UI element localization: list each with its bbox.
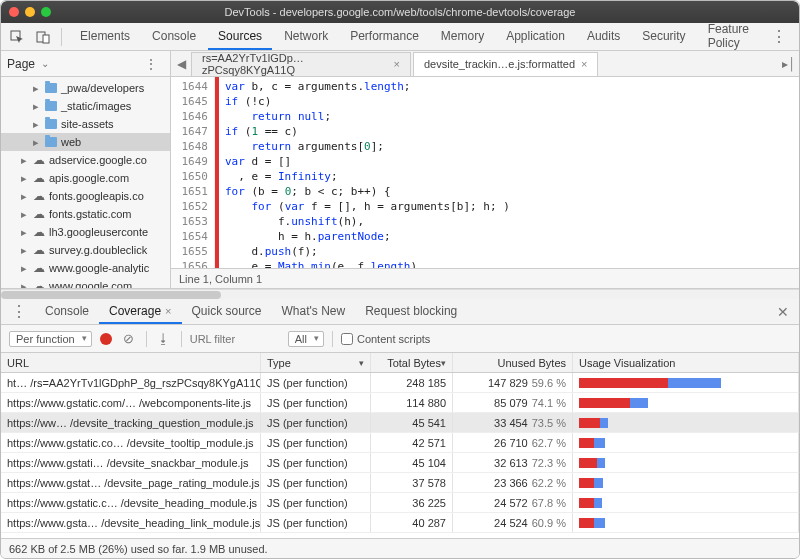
close-window-button[interactable] (9, 7, 19, 17)
disclosure-triangle-icon[interactable]: ▸ (31, 118, 41, 131)
horizontal-scrollbar[interactable] (1, 289, 799, 299)
tab-performance[interactable]: Performance (340, 24, 429, 50)
code-editor[interactable]: 1644 1645 1646 1647 1648 1649 1650 1651 … (171, 77, 799, 268)
tab-application[interactable]: Application (496, 24, 575, 50)
cell-unused-bytes: 26 71062.7 % (453, 433, 573, 452)
table-row[interactable]: https://ww… /devsite_tracking_question_m… (1, 413, 799, 433)
more-menu-icon[interactable]: ⋮ (765, 27, 793, 46)
type-filter-select[interactable]: All (288, 331, 324, 347)
usage-bar (579, 518, 729, 528)
tabstrip-back-icon[interactable]: ◀ (171, 57, 191, 71)
tree-item[interactable]: ▸_pwa/developers (1, 79, 170, 97)
drawer-tab-request-blocking[interactable]: Request blocking (355, 300, 467, 324)
cell-total-bytes: 45 104 (371, 453, 453, 472)
navigator-more-icon[interactable]: ⋮ (138, 56, 164, 72)
tree-item[interactable]: ▸☁www.google-analytic (1, 259, 170, 277)
table-row[interactable]: https://www.gsta… /devsite_heading_link_… (1, 513, 799, 533)
disclosure-triangle-icon[interactable]: ▸ (19, 190, 29, 203)
col-usage-visualization[interactable]: Usage Visualization (573, 353, 799, 372)
zoom-window-button[interactable] (41, 7, 51, 17)
disclosure-triangle-icon[interactable]: ▸ (19, 154, 29, 167)
usage-bar (579, 418, 729, 428)
drawer-close-icon[interactable]: ✕ (773, 304, 793, 320)
record-button[interactable] (100, 333, 112, 345)
url-filter-input[interactable] (190, 333, 280, 345)
drawer-tab-console[interactable]: Console (35, 300, 99, 324)
disclosure-triangle-icon[interactable]: ▸ (19, 280, 29, 289)
col-total-bytes[interactable]: Total Bytes (371, 353, 453, 372)
tab-network[interactable]: Network (274, 24, 338, 50)
tree-item[interactable]: ▸☁lh3.googleuserconte (1, 223, 170, 241)
tab-memory[interactable]: Memory (431, 24, 494, 50)
tree-item[interactable]: ▸☁fonts.gstatic.com (1, 205, 170, 223)
tab-sources[interactable]: Sources (208, 24, 272, 50)
minimize-window-button[interactable] (25, 7, 35, 17)
tree-item-label: fonts.gstatic.com (49, 208, 132, 220)
cell-total-bytes: 114 880 (371, 393, 453, 412)
col-type[interactable]: Type▾ (261, 353, 371, 372)
scroll-thumb[interactable] (1, 291, 221, 299)
coverage-mode-select[interactable]: Per function (9, 331, 92, 347)
col-url[interactable]: URL (1, 353, 261, 372)
tree-item-label: apis.google.com (49, 172, 129, 184)
disclosure-triangle-icon[interactable]: ▸ (31, 82, 41, 95)
clear-icon[interactable]: ⊘ (120, 331, 138, 346)
table-row[interactable]: https://www.gstati… /devsite_snackbar_mo… (1, 453, 799, 473)
table-row[interactable]: https://www.gstatic.co… /devsite_tooltip… (1, 433, 799, 453)
tree-item[interactable]: ▸☁adservice.google.co (1, 151, 170, 169)
disclosure-triangle-icon[interactable]: ▸ (19, 226, 29, 239)
content-scripts-input[interactable] (341, 333, 353, 345)
content-scripts-checkbox[interactable]: Content scripts (341, 333, 430, 345)
drawer-tab-label: Coverage (109, 304, 161, 318)
tree-item[interactable]: ▸☁apis.google.com (1, 169, 170, 187)
tree-item[interactable]: ▸_static/images (1, 97, 170, 115)
drawer-tab-quick-source[interactable]: Quick source (182, 300, 272, 324)
navigator-tab-label[interactable]: Page (7, 57, 35, 71)
export-icon[interactable]: ⭳ (155, 331, 173, 346)
tab-console[interactable]: Console (142, 24, 206, 50)
cell-url: https://www.gstatic.co… /devsite_tooltip… (1, 433, 261, 452)
close-tab-icon[interactable]: × (581, 58, 587, 70)
table-row[interactable]: ht… /rs=AA2YrTv1lGDphP_8g_rszPCsqy8KYgA1… (1, 373, 799, 393)
disclosure-triangle-icon[interactable]: ▸ (19, 262, 29, 275)
tabstrip-overflow-icon[interactable]: ▸│ (779, 57, 799, 71)
table-row[interactable]: https://www.gstat… /devsite_page_rating_… (1, 473, 799, 493)
svg-rect-2 (43, 35, 49, 43)
cell-type: JS (per function) (261, 413, 371, 432)
code-content[interactable]: var b, c = arguments.length; if (!c) ret… (219, 77, 799, 268)
tab-feature-policy[interactable]: Feature Policy (698, 24, 759, 50)
tab-audits[interactable]: Audits (577, 24, 630, 50)
disclosure-triangle-icon[interactable]: ▸ (19, 244, 29, 257)
table-row[interactable]: https://www.gstatic.c… /devsite_heading_… (1, 493, 799, 513)
tab-security[interactable]: Security (632, 24, 695, 50)
close-tab-icon[interactable]: × (165, 305, 171, 317)
drawer-tab-coverage[interactable]: Coverage× (99, 300, 181, 324)
cell-type: JS (per function) (261, 373, 371, 392)
disclosure-triangle-icon[interactable]: ▸ (19, 172, 29, 185)
tree-item[interactable]: ▸site-assets (1, 115, 170, 133)
disclosure-triangle-icon[interactable]: ▸ (31, 100, 41, 113)
tree-item[interactable]: ▸web (1, 133, 170, 151)
cell-usage-visualization (573, 513, 799, 532)
editor-tab[interactable]: rs=AA2YrTv1lGDp…zPCsqy8KYgA11Q× (191, 52, 411, 76)
col-unused-bytes[interactable]: Unused Bytes (453, 353, 573, 372)
coverage-mode-value: Per function (16, 333, 75, 345)
editor-tab[interactable]: devsite_trackin…e.js:formatted× (413, 52, 598, 76)
cell-usage-visualization (573, 493, 799, 512)
disclosure-triangle-icon[interactable]: ▸ (19, 208, 29, 221)
close-tab-icon[interactable]: × (394, 58, 400, 70)
device-toolbar-icon[interactable] (33, 27, 53, 47)
table-header: URL Type▾ Total Bytes Unused Bytes Usage… (1, 353, 799, 373)
chevron-down-icon[interactable]: ⌄ (41, 58, 49, 69)
tree-item-label: _pwa/developers (61, 82, 144, 94)
tree-item[interactable]: ▸☁fonts.googleapis.co (1, 187, 170, 205)
drawer-more-icon[interactable]: ⋮ (7, 302, 31, 321)
drawer-tab-what-s-new[interactable]: What's New (272, 300, 356, 324)
tree-item-label: web (61, 136, 81, 148)
tree-item[interactable]: ▸☁survey.g.doubleclick (1, 241, 170, 259)
table-row[interactable]: https://www.gstatic.com/… /webcomponents… (1, 393, 799, 413)
tab-elements[interactable]: Elements (70, 24, 140, 50)
inspect-element-icon[interactable] (7, 27, 27, 47)
tree-item[interactable]: ▸☁www.google.com (1, 277, 170, 288)
disclosure-triangle-icon[interactable]: ▸ (31, 136, 41, 149)
